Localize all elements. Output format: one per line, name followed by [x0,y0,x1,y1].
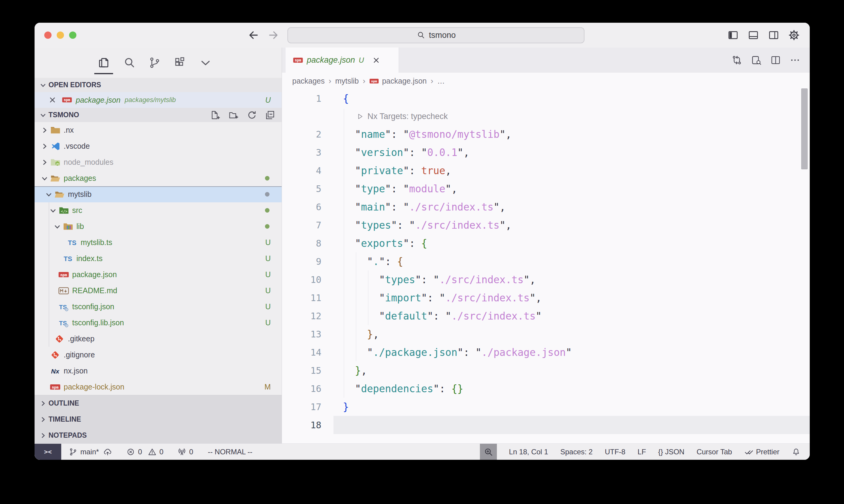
toggle-secondary-sidebar-button[interactable] [768,29,780,41]
back-button[interactable] [247,29,259,41]
code-editor[interactable]: 1{Nx Targets: typecheck2 "name": "@tsmon… [282,89,810,444]
cursor-position-label: Ln 18, Col 1 [509,448,548,456]
warnings-count[interactable]: 0 [148,447,163,456]
activity-item-explorer[interactable] [97,54,111,72]
remote-indicator[interactable]: >< [35,444,61,460]
activity-item-source-control[interactable] [148,54,161,72]
tree-item-package-lock-json[interactable]: npmpackage-lock.jsonM [35,379,282,395]
tree-item-gitkeep[interactable]: .gitkeep [35,331,282,347]
code-line-10[interactable]: 10 "types": "./src/index.ts", [282,270,810,289]
project-header[interactable]: TSMONO [35,108,282,122]
tree-item-gitignore[interactable]: .gitignore [35,347,282,363]
tree-item-tsconfig-lib-json[interactable]: TStsconfig.lib.jsonU [35,315,282,331]
code-line-2[interactable]: 2 "name": "@tsmono/mytslib", [282,125,810,143]
tab-package-json[interactable]: npm package.json U [286,48,399,73]
section-outline[interactable]: OUTLINE [35,395,282,411]
code-line-16[interactable]: 16 "dependencies": {} [282,379,810,398]
code-line-12[interactable]: 12 "default": "./src/index.ts" [282,307,810,325]
activity-item-extensions[interactable] [173,54,187,72]
code-line-6[interactable]: 6 "main": "./src/index.ts", [282,198,810,216]
zoom-window-button[interactable] [69,32,76,39]
section-notepads[interactable]: NOTEPADS [35,427,282,444]
codelens-nx-targets[interactable]: Nx Targets: typecheck [282,108,810,125]
breadcrumb-item-[interactable]: … [437,77,445,85]
tree-item-readme-md[interactable]: README.mdU [35,283,282,299]
tree-item-vscode[interactable]: .vscode [35,138,282,154]
new-file-button[interactable] [210,110,221,121]
eol[interactable]: LF [638,448,646,456]
errors-count[interactable]: 0 [126,447,142,456]
new-folder-button[interactable] [228,110,239,121]
tree-item-src[interactable]: </>src [35,202,282,218]
vim-mode[interactable]: -- NORMAL -- [208,448,252,456]
nx-icon: Nx [50,365,61,377]
code-line-5[interactable]: 5 "type": "module", [282,180,810,198]
code-line-9[interactable]: 9 ".": { [282,252,810,270]
svg-text:npm: npm [371,79,377,83]
publish-changes[interactable] [103,447,112,456]
command-center-search[interactable]: tsmono [288,27,585,43]
refresh-explorer-button[interactable] [246,110,257,121]
toggle-panel-button[interactable] [747,29,759,41]
formatter[interactable]: Prettier [744,447,779,456]
code-line-3[interactable]: 3 "version": "0.0.1", [282,143,810,161]
tree-item-nx[interactable]: .nx [35,122,282,138]
zoom-indicator[interactable] [480,444,497,460]
toggle-primary-sidebar-button[interactable] [727,29,739,41]
ports-status[interactable]: 0 [177,447,193,456]
code-line-15[interactable]: 15 }, [282,361,810,379]
cursor-position[interactable]: Ln 18, Col 1 [509,448,548,456]
forward-button[interactable] [268,29,279,41]
code-line-4[interactable]: 4 "private": true, [282,161,810,180]
tree-item-index-ts[interactable]: TSindex.tsU [35,251,282,267]
breadcrumb-item-package-json[interactable]: npmpackage.json [369,77,427,85]
warning-triangle-icon [148,447,157,456]
code-line-1[interactable]: 1{ [282,89,810,108]
section-timeline[interactable]: TIMELINE [35,411,282,427]
code-line-18[interactable]: 18 [282,416,810,434]
tree-item-mytslib-ts[interactable]: TSmytslib.tsU [35,234,282,251]
tree-item-tsconfig-json[interactable]: TStsconfig.jsonU [35,299,282,315]
src-folder-icon: </> [58,205,69,216]
cursor-tab[interactable]: Cursor Tab [697,448,732,456]
tree-item-node-modules[interactable]: JSnode_modules [35,154,282,170]
editor-scrollbar[interactable] [801,88,808,169]
close-tab-icon[interactable] [372,56,381,65]
close-window-button[interactable] [44,32,52,39]
activity-item-search[interactable] [122,54,136,72]
code-line-11[interactable]: 11 "import": "./src/index.ts", [282,289,810,307]
notifications[interactable] [792,447,800,456]
close-editor-icon[interactable] [48,95,57,105]
git-status-badge: M [264,382,271,391]
code-line-13[interactable]: 13 }, [282,325,810,343]
encoding[interactable]: UTF-8 [605,448,625,456]
code-line-8[interactable]: 8 "exports": { [282,234,810,252]
breadcrumb-item-packages[interactable]: packages [292,77,325,85]
tree-item-mytslib[interactable]: mytslib [35,186,282,202]
breadcrumb-item-mytslib[interactable]: mytslib [335,77,359,85]
tree-item-package-json[interactable]: npmpackage.jsonU [35,267,282,283]
git-branch[interactable]: main* [69,447,99,456]
indentation-label: Spaces: 2 [560,448,593,456]
indentation[interactable]: Spaces: 2 [560,448,593,456]
more-actions-button[interactable] [789,55,800,66]
settings-button[interactable] [788,29,800,41]
line-number: 5 [282,183,333,194]
open-editor-package-json[interactable]: npmpackage.jsonpackages/mytslibU [35,92,282,108]
open-editors-header[interactable]: OPEN EDITORS [35,78,282,92]
remote-icon: >< [42,447,53,457]
split-editor-button[interactable] [770,55,781,66]
tree-item-nx-json[interactable]: Nxnx.json [35,363,282,379]
minimize-window-button[interactable] [57,32,64,39]
run-target-icon[interactable] [356,112,364,121]
code-line-7[interactable]: 7 "types": "./src/index.ts", [282,216,810,234]
compare-changes-button[interactable] [731,55,742,66]
tree-item-packages[interactable]: packages [35,170,282,186]
collapse-folders-button[interactable] [265,110,276,121]
open-preview-button[interactable] [751,55,762,66]
tree-item-lib[interactable]: lib [35,218,282,234]
code-line-17[interactable]: 17} [282,398,810,416]
language-mode[interactable]: {} JSON [658,448,685,456]
activity-item-more-views[interactable] [199,54,212,72]
code-line-14[interactable]: 14 "./package.json": "./package.json" [282,343,810,361]
